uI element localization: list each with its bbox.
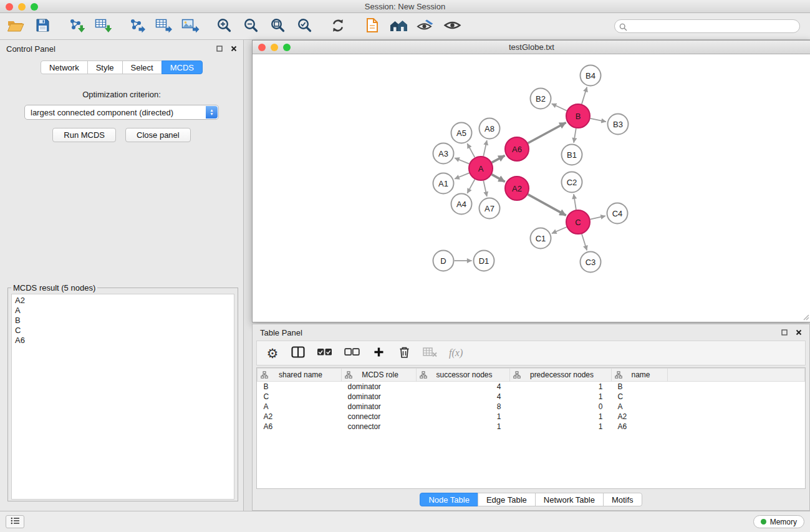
node-table: shared nameMCDS rolesuccessor nodesprede…	[256, 367, 806, 489]
graph-node-A[interactable]: A	[469, 157, 493, 180]
refresh-button[interactable]	[329, 17, 347, 36]
graph-node-A1[interactable]: A1	[433, 173, 454, 194]
mcds-result-item[interactable]: B	[15, 316, 231, 326]
graph-edge-A6-B[interactable]	[528, 122, 566, 143]
graph-edge-B-B1[interactable]	[574, 128, 576, 143]
trash-button[interactable]	[397, 345, 411, 361]
memory-button[interactable]: Memory	[753, 515, 804, 528]
float-panel-icon[interactable]	[216, 46, 223, 52]
column-button[interactable]	[291, 345, 305, 361]
network-import-button[interactable]	[67, 17, 85, 36]
resize-corner[interactable]	[802, 313, 809, 321]
graph-edge-A-A2[interactable]	[492, 175, 505, 182]
table-tab-network-table[interactable]: Network Table	[535, 493, 604, 506]
close-panel-button[interactable]: Close panel	[125, 128, 191, 142]
run-mcds-button[interactable]: Run MCDS	[52, 128, 116, 142]
graph-edge-A-A8[interactable]	[483, 140, 487, 156]
table-tab-motifs[interactable]: Motifs	[603, 493, 642, 506]
mcds-result-item[interactable]: A6	[15, 336, 231, 346]
table-row[interactable]: Adominator80A	[258, 402, 805, 412]
deselect-all-button[interactable]	[344, 345, 360, 361]
graph-edge-C-C2[interactable]	[574, 194, 576, 210]
criterion-dropdown[interactable]: largest connected component (directed) ▲…	[24, 105, 219, 120]
graph-edge-A-A4[interactable]	[467, 180, 475, 193]
graph-node-B4[interactable]: B4	[581, 65, 601, 86]
plus-button[interactable]	[372, 345, 385, 361]
graph-edge-A-A7[interactable]	[483, 181, 487, 196]
graph-node-B3[interactable]: B3	[608, 114, 629, 135]
mcds-result-item[interactable]: A2	[15, 296, 231, 306]
network-canvas[interactable]: AA1A2A3A4A5A6A7A8BB1B2B3B4CC1C2C3C4DD1	[253, 54, 810, 322]
graph-edge-B-B3[interactable]	[591, 118, 606, 122]
column-header-MCDS-role[interactable]: MCDS role	[342, 369, 417, 382]
graph-node-B[interactable]: B	[566, 104, 590, 128]
graph-edge-A-A5[interactable]	[467, 143, 475, 157]
tab-network[interactable]: Network	[41, 60, 88, 74]
zoom-fit-button[interactable]	[268, 17, 287, 36]
mcds-result-item[interactable]: A	[15, 306, 231, 316]
network-window-titlebar[interactable]: testGlobe.txt	[253, 41, 810, 54]
graph-edge-C-C4[interactable]	[591, 216, 605, 219]
graph-node-B1[interactable]: B1	[562, 145, 582, 165]
graph-node-C1[interactable]: C1	[531, 228, 551, 249]
column-header-name[interactable]: name	[612, 369, 668, 382]
tab-mcds[interactable]: MCDS	[162, 60, 203, 74]
image-export-button[interactable]	[181, 17, 200, 36]
column-header-successor-nodes[interactable]: successor nodes	[417, 369, 510, 382]
zoom-out-button[interactable]	[241, 17, 260, 36]
table-row[interactable]: Cdominator41C	[258, 392, 805, 402]
document-button[interactable]	[362, 17, 381, 36]
gear-button[interactable]: ⚙	[266, 345, 279, 361]
search-input[interactable]	[614, 19, 800, 33]
tab-select[interactable]: Select	[122, 60, 162, 74]
graph-edge-C-C1[interactable]	[552, 227, 567, 233]
table-row[interactable]: A2connector11A2	[258, 412, 805, 422]
close-panel-icon[interactable]	[231, 46, 237, 52]
graph-edge-A-A3[interactable]	[455, 158, 469, 163]
zoom-in-button[interactable]	[215, 17, 233, 36]
eye-button[interactable]	[443, 17, 461, 36]
graph-node-A3[interactable]: A3	[433, 143, 454, 164]
graph-edge-A-A1[interactable]	[455, 173, 469, 178]
graph-node-C2[interactable]: C2	[562, 172, 582, 193]
table-tab-edge-table[interactable]: Edge Table	[478, 493, 536, 506]
graph-node-A8[interactable]: A8	[480, 118, 500, 139]
close-table-panel-icon[interactable]	[796, 329, 802, 336]
graph-node-A7[interactable]: A7	[480, 198, 500, 219]
houses-button[interactable]	[389, 17, 408, 36]
graph-node-D[interactable]: D	[433, 251, 454, 271]
select-all-button[interactable]	[317, 345, 332, 361]
graph-node-C3[interactable]: C3	[581, 252, 601, 273]
table-row[interactable]: A6connector11A6	[258, 422, 805, 432]
graph-node-C4[interactable]: C4	[607, 203, 628, 224]
column-header-predecessor-nodes[interactable]: predecessor nodes	[510, 369, 612, 382]
float-table-panel-icon[interactable]	[781, 329, 788, 336]
table-row[interactable]: Bdominator41B	[258, 382, 805, 392]
table-import-button[interactable]	[94, 17, 112, 36]
table-tab-node-table[interactable]: Node Table	[420, 493, 478, 506]
mcds-result-list[interactable]: A2ABCA6	[11, 294, 234, 500]
graph-node-A5[interactable]: A5	[451, 123, 472, 143]
mcds-result-item[interactable]: C	[15, 326, 231, 336]
tab-style[interactable]: Style	[87, 60, 123, 74]
graph-edge-C-C3[interactable]	[582, 234, 587, 250]
graph-node-A4[interactable]: A4	[451, 194, 472, 215]
graph-node-A6[interactable]: A6	[505, 137, 529, 161]
network-graph[interactable]: AA1A2A3A4A5A6A7A8BB1B2B3B4CC1C2C3C4DD1	[253, 54, 810, 322]
folder-button[interactable]	[6, 17, 25, 36]
graph-edge-B-B4[interactable]	[582, 87, 587, 104]
floppy-button[interactable]	[33, 17, 52, 36]
graph-edge-B-B2[interactable]	[552, 104, 567, 110]
graph-node-C[interactable]: C	[566, 210, 590, 234]
eye-pen-button[interactable]	[416, 17, 435, 36]
graph-node-B2[interactable]: B2	[531, 89, 551, 109]
panel-menu-button[interactable]	[6, 515, 24, 528]
network-export-button[interactable]	[127, 17, 146, 36]
graph-node-D1[interactable]: D1	[474, 251, 494, 271]
graph-edge-A2-C[interactable]	[528, 195, 566, 216]
graph-edge-A-A6[interactable]	[492, 155, 505, 162]
column-header-shared-name[interactable]: shared name	[258, 369, 342, 382]
zoom-check-button[interactable]	[295, 17, 314, 36]
table-export-button[interactable]	[154, 17, 173, 36]
graph-node-A2[interactable]: A2	[505, 177, 529, 200]
